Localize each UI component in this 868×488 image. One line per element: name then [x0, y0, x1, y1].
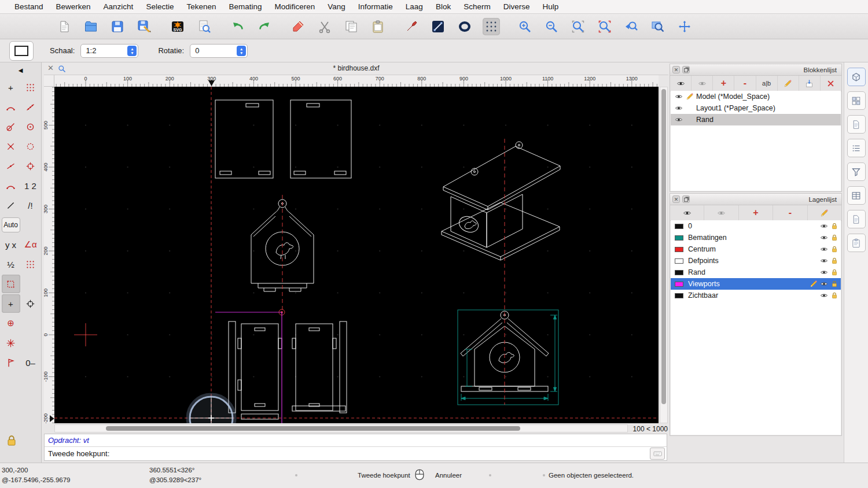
- menu-modificeren[interactable]: Modificeren: [269, 2, 322, 11]
- zoom-window-button[interactable]: [649, 18, 667, 35]
- save-as-button[interactable]: [135, 18, 153, 35]
- pen-tool-button[interactable]: [403, 18, 420, 35]
- print-preview-button[interactable]: [196, 18, 213, 35]
- snap-endpoint-button[interactable]: [2, 98, 20, 116]
- layer-row[interactable]: Centrum: [671, 243, 841, 255]
- layer-row[interactable]: Defpoints: [671, 255, 841, 267]
- zoom-in-button[interactable]: [516, 18, 534, 35]
- layer-lock-toggle[interactable]: [830, 291, 838, 300]
- layer-row[interactable]: Zichtbaar: [671, 290, 841, 301]
- menu-vang[interactable]: Vang: [321, 2, 352, 11]
- snap-distance-button[interactable]: [21, 137, 40, 156]
- layer-lock-toggle[interactable]: [830, 280, 838, 288]
- menu-informatie[interactable]: Informatie: [352, 2, 399, 11]
- hide-all-blocks-button[interactable]: [692, 76, 713, 91]
- drawing-canvas[interactable]: [54, 87, 659, 423]
- menu-bewerken[interactable]: Bewerken: [50, 2, 97, 11]
- redo-button[interactable]: [256, 18, 273, 35]
- open-file-button[interactable]: [82, 18, 100, 35]
- line-tool-button[interactable]: [429, 18, 447, 35]
- menu-aanzicht[interactable]: Aanzicht: [97, 2, 140, 11]
- block-row[interactable]: Layout1 (*Paper_Space): [671, 102, 841, 114]
- edit-block-button[interactable]: [778, 76, 799, 91]
- grid-points-button[interactable]: [21, 255, 40, 273]
- layer-lock-toggle[interactable]: [830, 245, 838, 253]
- block-row[interactable]: Rand: [671, 114, 841, 125]
- palette-back-button[interactable]: ◀: [0, 62, 41, 77]
- snap-on-entity-button[interactable]: [21, 98, 40, 116]
- remove-layer-button[interactable]: -: [773, 205, 807, 220]
- export-svg-button[interactable]: [169, 18, 186, 35]
- edit-block-icon[interactable]: [685, 93, 695, 101]
- edit-layer-icon[interactable]: [810, 280, 818, 288]
- layer-lock-toggle[interactable]: [830, 268, 838, 276]
- insert-block-button[interactable]: [799, 76, 821, 91]
- float-panel-icon[interactable]: [682, 195, 690, 203]
- layer-row[interactable]: Rand: [671, 267, 841, 278]
- cut-button[interactable]: [316, 18, 333, 35]
- layer-visibility-toggle[interactable]: [820, 268, 828, 276]
- snap-perpendicular-button[interactable]: [2, 117, 20, 136]
- hide-all-layers-button[interactable]: [704, 205, 738, 220]
- edit-layer-button[interactable]: [808, 205, 841, 220]
- menu-selectie[interactable]: Selectie: [139, 2, 180, 11]
- snap-exclude-button[interactable]: /!: [21, 196, 40, 215]
- tool-rays-button[interactable]: [2, 334, 20, 352]
- vertical-scrollbar-thumb[interactable]: [661, 89, 666, 404]
- menu-laag[interactable]: Laag: [399, 2, 429, 11]
- layer-visibility-toggle[interactable]: [820, 257, 828, 265]
- rotation-dropdown[interactable]: 0 ▲▼: [190, 44, 248, 58]
- toggle-notes-button[interactable]: [847, 210, 866, 228]
- coord-cartesian-button[interactable]: y x: [2, 235, 20, 254]
- menu-blok[interactable]: Blok: [429, 2, 457, 11]
- toggle-command-history-button[interactable]: [847, 115, 866, 134]
- draw-highlight-button[interactable]: [289, 18, 307, 35]
- menu-scherm[interactable]: Scherm: [457, 2, 497, 11]
- restrict-nothing-button[interactable]: [2, 176, 20, 195]
- add-layer-button[interactable]: +: [739, 205, 773, 220]
- auto-snap-button[interactable]: Auto: [2, 217, 20, 232]
- snap-order-button[interactable]: 1 2: [21, 176, 40, 195]
- snap-center-button[interactable]: [21, 117, 40, 136]
- command-options-button[interactable]: [650, 448, 665, 460]
- toggle-library-browser-button[interactable]: [847, 68, 866, 86]
- show-all-blocks-button[interactable]: [670, 76, 692, 91]
- zoom-reference-button[interactable]: [596, 18, 613, 35]
- select-region-button[interactable]: [2, 275, 20, 293]
- undo-button[interactable]: [229, 18, 247, 35]
- float-panel-icon[interactable]: [682, 66, 690, 73]
- vertical-scrollbar[interactable]: [660, 87, 668, 423]
- close-panel-icon[interactable]: ✕: [672, 66, 680, 73]
- snap-filter-button[interactable]: [2, 196, 20, 215]
- pan-button[interactable]: [676, 18, 693, 35]
- new-file-button[interactable]: [56, 18, 73, 35]
- grid-toggle-button[interactable]: [483, 18, 500, 35]
- menu-hulp[interactable]: Hulp: [536, 2, 565, 11]
- tool-zero-lock-button[interactable]: 0–: [21, 353, 40, 372]
- layer-lock-toggle[interactable]: [830, 234, 838, 242]
- menu-tekenen[interactable]: Tekenen: [180, 2, 222, 11]
- zoom-out-button[interactable]: [543, 18, 560, 35]
- menu-bestand[interactable]: Bestand: [8, 2, 50, 11]
- viewport-mode-button[interactable]: [9, 41, 34, 61]
- menu-diverse[interactable]: Diverse: [497, 2, 536, 11]
- tool-circle-plus-button[interactable]: ⊕: [2, 314, 20, 332]
- show-all-layers-button[interactable]: [670, 205, 704, 220]
- layer-visibility-toggle[interactable]: [820, 291, 828, 300]
- tool-plus-button[interactable]: +: [2, 294, 20, 313]
- snap-intersection-button[interactable]: [2, 137, 20, 156]
- visibility-toggle[interactable]: [673, 104, 685, 112]
- block-row[interactable]: Model (*Model_Space): [671, 91, 841, 102]
- layer-row[interactable]: Bematingen: [671, 232, 841, 243]
- snap-coordinate-button[interactable]: [21, 157, 40, 175]
- toggle-property-editor-button[interactable]: [847, 186, 866, 205]
- remove-block-button[interactable]: -: [734, 76, 756, 91]
- layer-visibility-toggle[interactable]: [820, 245, 828, 253]
- toggle-selection-filter-button[interactable]: [847, 162, 866, 181]
- add-block-button[interactable]: +: [713, 76, 734, 91]
- visibility-toggle[interactable]: [673, 116, 685, 124]
- layer-visibility-toggle[interactable]: [820, 234, 828, 242]
- delete-block-button[interactable]: [821, 76, 841, 91]
- visibility-toggle[interactable]: [673, 93, 685, 101]
- layer-visibility-toggle[interactable]: [820, 280, 828, 288]
